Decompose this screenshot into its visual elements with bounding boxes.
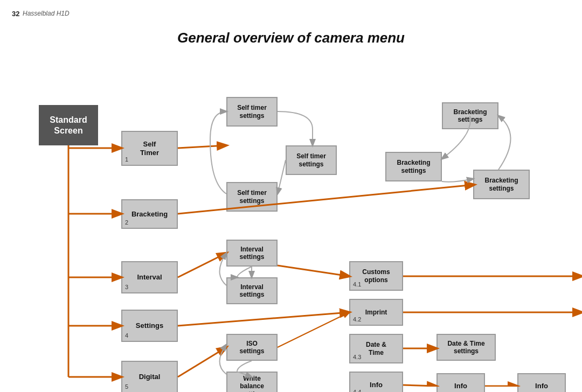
- date-time-settings-box: Date & Timesettings: [436, 334, 496, 361]
- info2-box: Info: [436, 373, 485, 392]
- self-timer-s2-box: Self timersettings: [286, 145, 337, 175]
- svg-line-17: [178, 347, 226, 377]
- bracketing-s2-box: Bracketingsettings: [385, 152, 442, 181]
- svg-line-7: [178, 185, 474, 214]
- interval-s2-box: Intervalsettings: [226, 277, 278, 304]
- self-timer-box: SelfTimer 1: [121, 131, 178, 166]
- page-title: General overview of camera menu: [0, 30, 582, 46]
- self-timer-s3-box: Self timersettings: [226, 182, 278, 212]
- settings-box: Settings 4: [121, 310, 178, 342]
- info-main-box: Info 4.4: [349, 372, 403, 392]
- date-time-box: Date &Time 4.3: [349, 334, 403, 363]
- brand-label: Hasselblad H1D: [23, 10, 70, 17]
- svg-line-10: [278, 265, 349, 276]
- interval-s1-box: Intervalsettings: [226, 240, 278, 267]
- svg-line-11: [178, 312, 349, 326]
- interval-box: Interval 3: [121, 261, 178, 293]
- standard-screen-box: StandardScreen: [39, 105, 98, 145]
- digital-box: Digital 5: [121, 361, 178, 392]
- page-number: 32: [12, 10, 19, 18]
- bracketing-box: Bracketing 2: [121, 199, 178, 229]
- info3-box: Info: [517, 373, 566, 392]
- bracketing-s3-box: Bracketingsettings: [473, 170, 530, 199]
- svg-line-8: [178, 253, 226, 277]
- wb-settings-box: Whitebalancesetting: [226, 372, 278, 392]
- self-timer-s1-box: Self timersettings: [226, 97, 278, 127]
- imprint-box: Imprint 4.2: [349, 299, 403, 326]
- svg-line-6: [178, 145, 226, 148]
- svg-line-15: [403, 385, 436, 386]
- iso-settings-box: ISOsettings: [226, 334, 278, 361]
- svg-line-18: [278, 312, 349, 347]
- bracketing-s1-box: Bracketingsettings: [442, 102, 498, 129]
- customs-options-box: Customsoptions 4.1: [349, 261, 403, 291]
